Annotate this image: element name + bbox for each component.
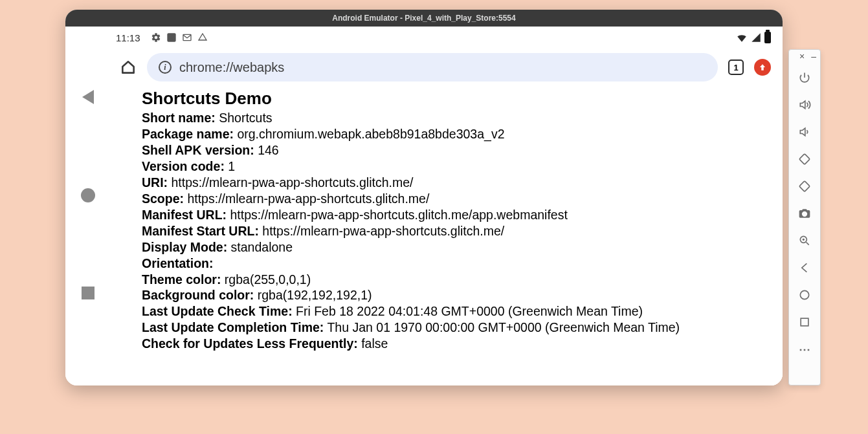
- device-area: 11:13 A i: [65, 27, 783, 385]
- site-info-icon[interactable]: i: [159, 61, 172, 74]
- svg-rect-3: [799, 154, 810, 164]
- detail-row: Last Update Completion Time: Thu Jan 01 …: [142, 320, 772, 336]
- panel-overview-button[interactable]: [797, 315, 812, 329]
- detail-key: Background color:: [142, 288, 254, 302]
- detail-key: Version code:: [142, 159, 225, 173]
- battery-icon: [764, 32, 771, 43]
- detail-row: Background color: rgba(192,192,192,1): [142, 287, 772, 303]
- status-notification-icons: A: [151, 32, 208, 43]
- page-title: Shortcuts Demo: [142, 89, 772, 109]
- detail-row: Shell APK version: 146: [142, 142, 772, 158]
- detail-value: https://mlearn-pwa-app-shortcuts.glitch.…: [230, 208, 568, 222]
- omnibox[interactable]: i chrome://webapks: [147, 53, 718, 81]
- back-button[interactable]: [82, 90, 94, 104]
- detail-value: rgba(255,0,0,1): [225, 272, 311, 287]
- detail-key: Short name:: [142, 111, 216, 125]
- zoom-button[interactable]: [797, 233, 812, 248]
- detail-row: Short name: Shortcuts: [142, 110, 772, 126]
- detail-value: org.chromium.webapk.abeb8b91a8bde303a_v2: [237, 127, 504, 141]
- overview-button[interactable]: [82, 287, 95, 299]
- detail-row: Orientation:: [142, 255, 772, 272]
- webapk-details-list: Short name: ShortcutsPackage name: org.c…: [142, 110, 772, 352]
- page-content: Shortcuts Demo Short name: ShortcutsPack…: [111, 86, 783, 385]
- detail-value: https://mlearn-pwa-app-shortcuts.glitch.…: [172, 175, 414, 190]
- panel-more-button[interactable]: ⋯: [797, 342, 812, 356]
- detail-value: 1: [228, 159, 235, 173]
- detail-value: false: [361, 336, 388, 351]
- detail-row: Manifest Start URL: https://mlearn-pwa-a…: [142, 223, 772, 239]
- detail-value: Shortcuts: [219, 111, 272, 125]
- gmail-icon: [182, 32, 192, 43]
- status-bar: 11:13 A: [111, 27, 783, 49]
- detail-key: Package name:: [142, 127, 234, 141]
- detail-key: Last Update Check Time:: [142, 304, 293, 318]
- svg-point-5: [803, 212, 807, 215]
- power-button[interactable]: [797, 71, 812, 85]
- panel-back-button[interactable]: [797, 261, 812, 275]
- emulator-window: Android Emulator - Pixel_4_with_Play_Sto…: [65, 10, 783, 385]
- panel-close-button[interactable]: ×: [799, 51, 805, 63]
- detail-value: rgba(192,192,192,1): [258, 288, 372, 302]
- detail-row: Check for Updates Less Frequently: false: [142, 336, 772, 352]
- omnibox-url: chrome://webapks: [179, 60, 284, 75]
- detail-key: Shell APK version:: [142, 143, 254, 157]
- volume-up-button[interactable]: [797, 98, 812, 112]
- rotate-right-button[interactable]: [797, 179, 812, 193]
- panel-minimize-button[interactable]: –: [811, 51, 816, 63]
- screenshot-button[interactable]: [797, 206, 812, 221]
- detail-value: standalone: [231, 240, 293, 254]
- status-system-icons: [736, 32, 771, 43]
- tab-switcher-button[interactable]: 1: [728, 60, 744, 75]
- detail-key: Display Mode:: [142, 240, 227, 254]
- detail-key: Check for Updates Less Frequently:: [142, 336, 358, 351]
- detail-row: Display Mode: standalone: [142, 239, 772, 255]
- wifi-icon: [736, 32, 748, 43]
- detail-row: Theme color: rgba(255,0,0,1): [142, 272, 772, 288]
- detail-value: Thu Jan 01 1970 00:00:00 GMT+0000 (Green…: [327, 320, 680, 334]
- detail-row: Package name: org.chromium.webapk.abeb8b…: [142, 126, 772, 142]
- detail-value: https://mlearn-pwa-app-shortcuts.glitch.…: [187, 191, 429, 206]
- detail-key: Theme color:: [142, 272, 221, 287]
- system-nav-rail: [65, 27, 111, 385]
- cellular-icon: [750, 32, 762, 43]
- detail-key: Manifest Start URL:: [142, 224, 259, 238]
- drive-icon: [197, 32, 208, 43]
- home-icon[interactable]: [120, 59, 137, 76]
- square-a-icon: A: [166, 32, 177, 43]
- device-screen: 11:13 A i: [111, 27, 783, 385]
- emulator-side-panel: × – ⋯: [788, 49, 821, 385]
- detail-key: Last Update Completion Time:: [142, 320, 324, 334]
- svg-rect-4: [799, 181, 810, 191]
- detail-key: Scope:: [142, 191, 184, 206]
- detail-row: Last Update Check Time: Fri Feb 18 2022 …: [142, 303, 772, 320]
- panel-home-button[interactable]: [797, 288, 812, 302]
- gear-icon: [151, 32, 161, 43]
- volume-down-button[interactable]: [797, 125, 812, 139]
- svg-point-7: [800, 290, 808, 299]
- svg-rect-8: [801, 318, 808, 326]
- detail-row: Scope: https://mlearn-pwa-app-shortcuts.…: [142, 191, 772, 207]
- browser-toolbar: i chrome://webapks 1: [111, 49, 783, 86]
- svg-text:A: A: [169, 34, 173, 41]
- detail-value: Fri Feb 18 2022 04:01:48 GMT+0000 (Green…: [296, 304, 643, 318]
- detail-value: 146: [258, 143, 279, 157]
- status-time: 11:13: [116, 32, 140, 43]
- update-chrome-button[interactable]: [754, 59, 771, 76]
- detail-row: Version code: 1: [142, 158, 772, 175]
- emulator-titlebar: Android Emulator - Pixel_4_with_Play_Sto…: [65, 10, 783, 27]
- detail-key: Manifest URL:: [142, 208, 227, 222]
- detail-key: URI:: [142, 175, 168, 190]
- detail-row: URI: https://mlearn-pwa-app-shortcuts.gl…: [142, 175, 772, 191]
- rotate-left-button[interactable]: [797, 152, 812, 166]
- detail-value: https://mlearn-pwa-app-shortcuts.glitch.…: [262, 224, 504, 238]
- detail-row: Manifest URL: https://mlearn-pwa-app-sho…: [142, 207, 772, 223]
- tab-count: 1: [733, 63, 738, 72]
- home-button[interactable]: [81, 188, 95, 202]
- detail-key: Orientation:: [142, 256, 214, 270]
- up-arrow-icon: [758, 63, 767, 72]
- emulator-title: Android Emulator - Pixel_4_with_Play_Sto…: [332, 14, 515, 23]
